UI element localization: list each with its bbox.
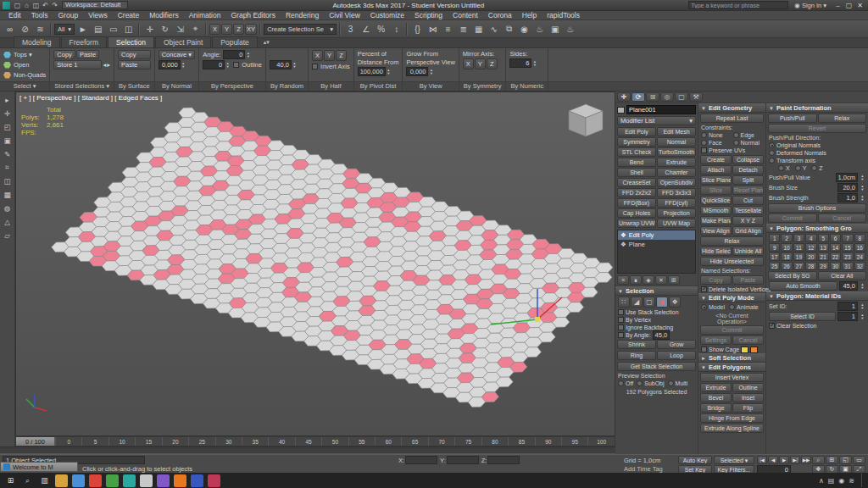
smoothing-group-button[interactable]: 18 [781, 252, 792, 261]
edit-polygons-rollout-header[interactable]: ▼Edit Polygons [698, 363, 765, 372]
paint-relax-button[interactable]: Relax [818, 114, 867, 123]
smoothing-group-button[interactable]: 17 [769, 252, 780, 261]
auto-smooth-spinner[interactable]: 45,0 [839, 281, 858, 291]
modifier-button[interactable]: Unwrap UVW [617, 219, 656, 228]
snap-toggle-icon[interactable]: 3 [343, 22, 358, 36]
next-store-icon[interactable]: ▸ [107, 61, 110, 69]
left-toolbar-icon[interactable]: ◍ [2, 202, 14, 214]
ribbon-select-option[interactable]: Non-Quads [3, 70, 46, 80]
modifier-button[interactable]: Projection [657, 208, 696, 218]
app-icon[interactable] [89, 474, 102, 487]
menu-item[interactable]: Tools [26, 11, 53, 19]
menu-item[interactable]: Graph Editors [225, 11, 280, 19]
ribbon-tab[interactable]: Object Paint [155, 36, 211, 47]
percent-snap-icon[interactable]: % [374, 22, 388, 36]
ribbon-minimize-icon[interactable]: ▴▾ [264, 39, 270, 47]
object-color-swatch[interactable] [617, 107, 625, 114]
smoothing-group-button[interactable]: 3 [793, 234, 804, 242]
extrude-along-spline-button[interactable]: Extrude Along Spline [700, 424, 764, 433]
smoothing-group-button[interactable]: 9 [769, 243, 780, 252]
coordinate-field[interactable]: Y: [440, 456, 479, 464]
invert-axis-checkbox[interactable] [312, 64, 318, 69]
modifier-button[interactable]: Cap Holes [617, 208, 656, 218]
modify-tab-icon[interactable]: ⟳ [632, 92, 645, 102]
edit-geometry-button[interactable]: View Align [700, 226, 732, 236]
set-id-spinner[interactable]: 1 [837, 302, 858, 311]
add-time-tag[interactable]: Add Time Tag [624, 465, 663, 473]
grow-button[interactable]: Grow [657, 340, 696, 349]
preview-selection-radio[interactable]: SubObj [637, 380, 664, 387]
smoothing-group-button[interactable]: 19 [793, 252, 804, 261]
window-crossing-icon[interactable]: ◫ [121, 22, 136, 36]
help-search-input[interactable] [688, 1, 788, 9]
normal-threshold-spinner[interactable]: 0,000▴▾ [159, 60, 195, 69]
app-icon[interactable] [106, 474, 119, 487]
menu-item[interactable]: Animation [184, 11, 226, 19]
file-explorer-icon[interactable] [55, 474, 68, 487]
workspace-dropdown[interactable]: Workspace: Default [62, 1, 128, 9]
perspective-viewport[interactable]: [ + ] [ Perspective ] [ Standard ] [ Edg… [15, 92, 615, 436]
edit-poly-mode-rollout-header[interactable]: ▼Edit Poly Mode [698, 293, 765, 302]
vertex-mode-icon[interactable]: ∷ [618, 297, 630, 308]
timeline-ruler[interactable]: 0510152025303540455055606570758085909510… [55, 437, 615, 446]
sides-spinner[interactable]: 6▴▾ [509, 58, 544, 68]
edit-named-selections-icon[interactable]: {} [410, 22, 425, 36]
show-desktop-button[interactable] [861, 474, 864, 487]
hinge-from-edge-button[interactable]: Hinge From Edge [700, 413, 764, 423]
loop-button[interactable]: Loop [657, 351, 696, 360]
modifier-button[interactable]: OpenSubdiv [657, 178, 696, 187]
edit-polygons-button[interactable]: Bevel [700, 393, 732, 402]
checkbox[interactable] [701, 347, 707, 352]
object-name-field[interactable]: Plane001 [626, 105, 696, 114]
edit-geometry-button[interactable]: Reset Plane [732, 186, 764, 195]
prev-store-icon[interactable]: ◂ [103, 61, 106, 69]
deformed-normals-radio[interactable]: Deformed Normals [766, 149, 868, 157]
select-id-spinner[interactable]: 1 [837, 312, 858, 321]
left-toolbar-icon[interactable]: ◫ [2, 175, 14, 186]
redo-icon[interactable]: ↷ [50, 1, 59, 10]
checkbox[interactable] [618, 317, 624, 323]
ribbon-tab[interactable]: Selection [108, 36, 154, 47]
left-toolbar-icon[interactable]: ▦ [2, 189, 14, 200]
menu-item[interactable]: Customize [365, 11, 409, 19]
ribbon-panel-title[interactable]: By Numeric [506, 81, 548, 91]
utilities-tab-icon[interactable]: ⚒ [689, 92, 703, 102]
paste-button[interactable]: Paste [76, 50, 99, 59]
edit-geometry-button[interactable]: Grid Align [732, 226, 764, 236]
clear-selection-row[interactable]: Clear Selection [766, 322, 868, 330]
modifier-button[interactable]: FFD(Box) [617, 198, 656, 208]
commit-button[interactable]: Commit [700, 325, 764, 335]
selected-set-dropdown[interactable]: Selected ▾ [714, 456, 754, 464]
transform-axis-option[interactable]: Y [795, 164, 807, 172]
checkbox[interactable] [618, 324, 624, 330]
select-by-name-icon[interactable]: ▤ [91, 22, 105, 36]
modifier-stack-row[interactable]: ❖Plane [618, 240, 695, 249]
smoothing-group-button[interactable]: 24 [854, 252, 865, 261]
go-to-start-button[interactable]: |◀ [757, 456, 767, 464]
menu-item[interactable]: rapidTools [542, 11, 585, 19]
modifier-stack-row[interactable]: ❖Edit Poly [618, 230, 695, 240]
show-cage-row[interactable]: Show Cage [698, 346, 765, 353]
get-stack-selection-button[interactable]: Get Stack Selection [617, 362, 696, 371]
smoothing-group-button[interactable]: 7 [842, 234, 853, 242]
select-and-place-icon[interactable]: ⌖ [188, 22, 203, 36]
ribbon-tab[interactable]: Freeform [61, 36, 107, 47]
smoothing-group-button[interactable]: 5 [818, 234, 829, 242]
pivot-dist-spinner[interactable]: 100,000▴▾ [358, 67, 399, 76]
pin-stack-icon[interactable]: ≡ [617, 275, 629, 285]
mirror-axis-button[interactable]: Z [487, 58, 498, 69]
render-production-icon[interactable]: ♨ [563, 22, 577, 36]
menu-item[interactable]: Create [113, 11, 145, 19]
tray-chevron-icon[interactable]: ∧ [819, 477, 824, 485]
edit-geometry-button[interactable]: Slice [700, 186, 732, 195]
edit-geometry-button[interactable]: Tessellate [732, 206, 764, 215]
smoothing-groups-rollout-header[interactable]: ▼Polygon: Smoothing Gro [766, 224, 868, 233]
cancel-button[interactable]: Cancel [732, 336, 764, 345]
next-frame-button[interactable]: ▶| [790, 456, 800, 464]
smoothing-group-button[interactable]: 2 [781, 234, 792, 242]
relax-button[interactable]: Relax [700, 236, 764, 246]
layer-manager-icon[interactable]: ≣ [456, 22, 470, 36]
save-file-icon[interactable]: ◫ [31, 1, 41, 10]
smoothing-group-button[interactable]: 20 [805, 252, 816, 261]
select-id-button[interactable]: Select ID [769, 312, 836, 321]
